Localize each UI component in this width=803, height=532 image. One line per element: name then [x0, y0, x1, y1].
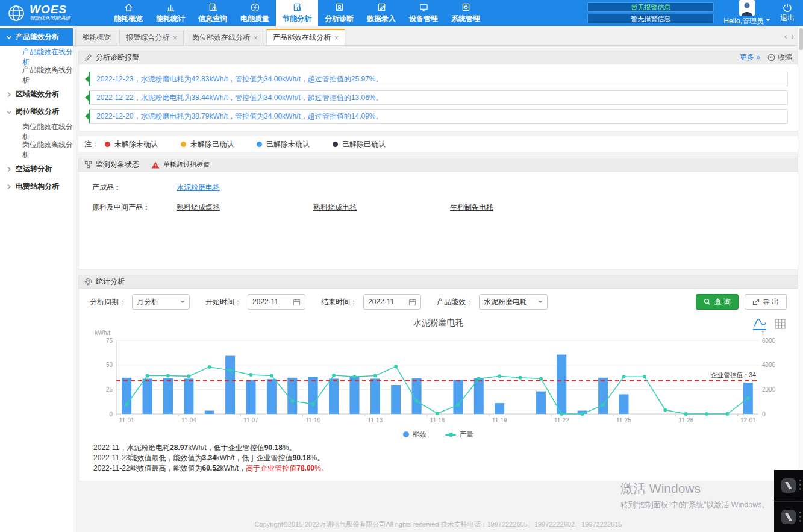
panel-title: 监测对象状态: [96, 160, 139, 170]
start-time-label: 开始时间：: [205, 297, 242, 307]
sidebar-item-label: 电费结构分析: [16, 181, 59, 192]
line-chart-toggle[interactable]: [753, 318, 766, 330]
bar-chart-icon: [166, 2, 176, 13]
sidebar-item-label: 空运转分析: [16, 164, 52, 174]
vertical-scrollbar[interactable]: [798, 26, 803, 532]
export-button[interactable]: 导 出: [745, 294, 787, 310]
sidebar-item-post-energy-online[interactable]: 岗位能效在线分析: [0, 124, 73, 140]
close-icon[interactable]: ×: [173, 35, 177, 41]
doc-search-icon: [208, 2, 218, 13]
alert-banner-2[interactable]: 暂无报警信息: [587, 14, 714, 23]
product-energy-value: 水泥粉磨电耗: [484, 297, 527, 307]
product-energy-select[interactable]: 水泥粉磨电耗: [479, 294, 548, 310]
search-button-label: 查 询: [714, 297, 730, 307]
logout-label: 退出: [780, 13, 795, 23]
nav-item-device-mgmt[interactable]: 设备管理: [402, 0, 445, 26]
svg-text:12-01: 12-01: [740, 417, 756, 424]
alert-banner-1[interactable]: 暂无报警信息: [587, 2, 714, 12]
user-menu[interactable]: Hello,管理员: [723, 0, 770, 27]
alert-banners: 暂无报警信息 暂无报警信息: [587, 2, 714, 23]
alarm-message-row[interactable]: 2022-12-22，水泥粉磨电耗为38.44kWh/t，管控值为34.00kW…: [89, 90, 788, 105]
blue-dot-icon: [257, 142, 262, 147]
sidebar-item-region-energy-analysis[interactable]: 区域能效分析: [0, 86, 73, 103]
search-icon: [704, 298, 711, 305]
nav-label: 信息查询: [198, 14, 227, 24]
blue-dot-icon: [403, 431, 409, 437]
screen-overlay-widget-2[interactable]: •••: [774, 501, 803, 532]
nav-item-system-mgmt[interactable]: 系统管理: [445, 0, 487, 26]
sidebar-item-product-energy-offline[interactable]: 产品能效离线分析: [0, 67, 73, 83]
link-rawmeal-power[interactable]: 生料制备电耗: [450, 202, 587, 213]
chevron-down-icon: [766, 19, 770, 23]
sidebar-item-label: 产品能效离线分析: [22, 65, 73, 86]
close-icon[interactable]: ×: [254, 35, 258, 41]
header-right: 暂无报警信息 暂无报警信息 Hello,管理员 退出: [587, 0, 803, 26]
sidebar-item-product-energy-online[interactable]: 产品能效在线分析: [0, 49, 73, 65]
sidebar-item-post-energy-offline[interactable]: 岗位能效离线分析: [0, 142, 73, 158]
tab-alarm-comprehensive-analysis[interactable]: 报警综合分析 ×: [119, 30, 184, 45]
summary-line-3: 2022-11-22能效值最高，能效值为60.52kWh/t，高于企业管控值78…: [93, 463, 798, 474]
logo-subtitle: 智能优化节能系统: [30, 15, 70, 22]
table-view-toggle[interactable]: [773, 319, 787, 330]
legend-resolved-unconfirmed: 已解除未确认: [257, 139, 310, 149]
nav-item-power-quality[interactable]: 电能质量: [234, 0, 276, 26]
svg-text:11-28: 11-28: [678, 417, 693, 424]
svg-text:11-07: 11-07: [243, 417, 258, 424]
nav-item-energy-overview[interactable]: 能耗概览: [107, 0, 149, 26]
chart-title: 水泥粉磨电耗: [79, 318, 798, 330]
sidebar-item-idle-run-analysis[interactable]: 空运转分析: [0, 160, 73, 178]
link-cement-grinding-power[interactable]: 水泥粉磨电耗: [177, 183, 313, 193]
svg-text:11-13: 11-13: [367, 417, 383, 424]
tab-energy-overview[interactable]: 能耗概览: [75, 30, 117, 45]
nav-item-info-query[interactable]: 信息查询: [192, 0, 234, 26]
line-chart-icon: [753, 318, 766, 328]
close-icon[interactable]: ×: [334, 35, 339, 41]
monitor-status-panel: 监测对象状态 单耗超过指标值 产成品： 水泥粉磨电耗 原料及中间产品： 熟料烧成…: [78, 158, 798, 270]
link-clinker-coal[interactable]: 熟料烧成煤耗: [177, 202, 313, 213]
logout-button[interactable]: 退出: [780, 3, 795, 23]
sidebar: 产品能效分析 产品能效在线分析 产品能效离线分析 区域能效分析 岗位能效分析: [0, 26, 73, 532]
nav-label: 电能质量: [240, 14, 269, 24]
svg-text:50: 50: [105, 361, 113, 368]
nav-label: 能耗概览: [114, 14, 143, 24]
gear-icon: [84, 278, 92, 286]
nav-label: 数据录入: [367, 14, 396, 24]
tab-scroll-arrows[interactable]: ‹›: [784, 31, 798, 41]
legend-label: 已解除未确认: [266, 139, 310, 149]
period-label: 分析周期：: [90, 297, 126, 307]
legend-item-output[interactable]: 产量: [445, 430, 474, 440]
chevron-down-icon: [180, 301, 185, 305]
legend-item-efficiency[interactable]: 能效: [403, 430, 427, 440]
nav-item-energy-analysis[interactable]: 节能分析: [276, 0, 318, 26]
gear-doc-icon: [461, 2, 471, 13]
more-link[interactable]: 更多 »: [740, 52, 760, 63]
tab-product-energy-online-analysis[interactable]: 产品能效在线分析 ×: [266, 29, 345, 45]
collapse-button[interactable]: 收缩: [767, 52, 792, 63]
screen-overlay-widget-1[interactable]: •••: [774, 470, 803, 501]
sidebar-item-product-energy-analysis[interactable]: 产品能效分析: [0, 28, 73, 46]
sidebar-item-tariff-structure-analysis[interactable]: 电费结构分析: [0, 178, 73, 195]
globe-logo-icon: [7, 4, 25, 22]
svg-text:0: 0: [762, 411, 766, 418]
alarm-message-row[interactable]: 2022-12-23，水泥粉磨电耗为42.83kWh/t，管控值为34.00kW…: [89, 72, 788, 86]
svg-text:11-22: 11-22: [554, 417, 569, 424]
end-date-input[interactable]: 2022-11: [363, 294, 421, 310]
search-button[interactable]: 查 询: [696, 294, 738, 310]
tab-post-energy-online-analysis[interactable]: 岗位能效在线分析 ×: [186, 30, 264, 45]
nav-item-data-entry[interactable]: 数据录入: [360, 0, 402, 26]
calendar-icon: [293, 298, 301, 306]
nav-label: 分析诊断: [325, 14, 354, 24]
start-date-input[interactable]: 2022-11: [248, 294, 305, 310]
collapse-circle-icon: [767, 54, 775, 61]
legend-label: 未解除已确认: [190, 139, 234, 149]
alarm-message-row[interactable]: 2022-12-20，水泥粉磨电耗为38.79kWh/t，管控值为34.00kW…: [89, 109, 788, 124]
svg-text:11-01: 11-01: [119, 417, 134, 424]
period-select[interactable]: 月分析: [132, 294, 190, 310]
sidebar-item-post-energy-analysis[interactable]: 岗位能效分析: [0, 103, 73, 120]
svg-text:企业管控值：34: 企业管控值：34: [710, 371, 756, 378]
nav-item-analysis-diagnosis[interactable]: 分析诊断: [318, 0, 360, 26]
home-icon: [123, 2, 134, 13]
link-clinker-power[interactable]: 熟料烧成电耗: [313, 202, 450, 213]
nav-item-energy-stats[interactable]: 能耗统计: [149, 0, 192, 26]
scrollbar-thumb[interactable]: [799, 28, 803, 50]
